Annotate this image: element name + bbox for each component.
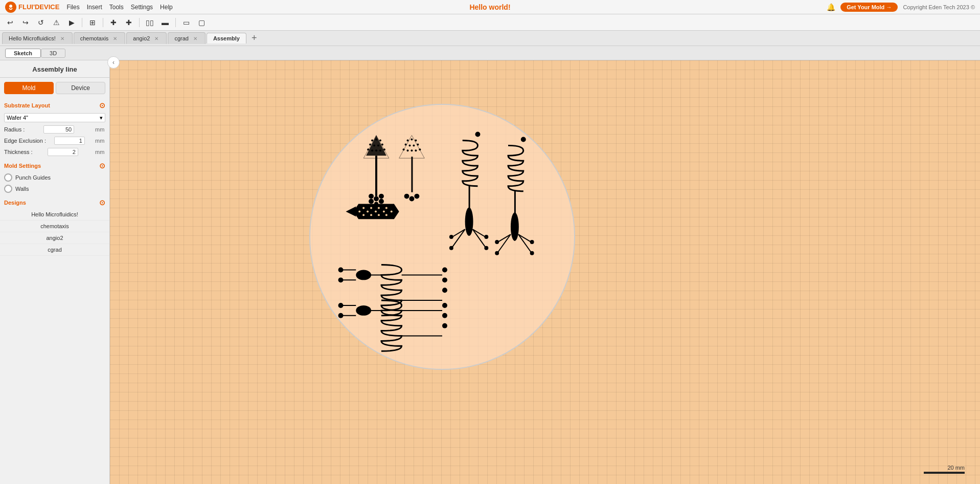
svg-point-12 <box>377 144 379 146</box>
view-toggle: Sketch 3D <box>0 46 980 60</box>
svg-point-66 <box>383 210 385 212</box>
divider-3 <box>139 18 140 27</box>
tab-close-chemotaxis[interactable]: ✕ <box>111 35 119 42</box>
radius-value[interactable]: 50 <box>43 125 74 134</box>
design-item-2[interactable]: angio2 <box>0 232 109 244</box>
main-layout: Assembly line Mold Device Substrate Layo… <box>0 60 980 484</box>
mold-settings-header: Mold Settings ⊙ <box>0 158 109 172</box>
designs-label: Designs <box>4 200 26 206</box>
menu-help[interactable]: Help <box>160 4 173 11</box>
svg-point-17 <box>379 149 381 151</box>
svg-point-10 <box>369 143 371 145</box>
tab-close-angio2[interactable]: ✕ <box>153 35 160 42</box>
svg-point-28 <box>409 144 411 146</box>
tab-angio2[interactable]: angio2 ✕ <box>126 32 167 44</box>
edge-exclusion-unit: mm <box>95 138 105 144</box>
3d-view-button[interactable]: 3D <box>41 49 65 58</box>
rect-button[interactable]: ▭ <box>180 16 192 29</box>
reset-button[interactable]: ↺ <box>35 16 47 29</box>
svg-point-22 <box>379 194 384 199</box>
svg-point-11 <box>373 144 375 146</box>
sketch-view-button[interactable]: Sketch <box>5 49 41 58</box>
toolbar: ↩ ↪ ↺ ⚠ ▶ ⊞ ✚ ✚ ▯▯ ▬ ▭ ▢ <box>0 14 980 31</box>
punch-guides-toggle[interactable] <box>4 173 12 182</box>
thickness-value[interactable]: 2 <box>48 148 78 156</box>
svg-point-31 <box>403 148 405 150</box>
svg-point-65 <box>375 210 377 212</box>
tab-assembly[interactable]: Assembly <box>207 33 246 43</box>
add-button-1[interactable]: ✚ <box>107 16 120 29</box>
grid-button[interactable]: ⊞ <box>86 16 99 29</box>
mold-device-toggle: Mold Device <box>0 78 109 97</box>
svg-point-52 <box>530 240 534 244</box>
get-mold-button[interactable]: Get Your Mold → <box>840 3 898 12</box>
menu-files[interactable]: Files <box>66 4 79 11</box>
svg-point-13 <box>381 143 383 145</box>
edge-exclusion-label: Edge Exclusion : <box>4 138 46 144</box>
svg-point-57 <box>378 207 380 209</box>
substrate-layout-label: Substrate Layout <box>4 102 50 108</box>
svg-point-27 <box>405 143 407 145</box>
svg-point-0 <box>9 5 12 8</box>
radius-row: Radius : 50 mm <box>0 124 109 135</box>
topbar-left: FLUI'DEVICE Files Insert Tools Settings … <box>5 2 173 13</box>
thickness-row: Thickness : 2 mm <box>0 146 109 158</box>
menu-tools[interactable]: Tools <box>109 4 124 11</box>
device-button[interactable]: Device <box>56 82 105 94</box>
design-item-3[interactable]: cgrad <box>0 244 109 256</box>
svg-point-24 <box>407 139 409 141</box>
app-title: Hello world! <box>469 3 510 11</box>
tab-close-hello[interactable]: ✕ <box>59 35 66 42</box>
mold-button[interactable]: Mold <box>4 82 54 94</box>
wafer-select[interactable]: Wafer 4" ▾ <box>4 113 105 122</box>
tab-close-cgrad[interactable]: ✕ <box>192 35 199 42</box>
design-item-0[interactable]: Hello Microfluidics! <box>0 209 109 221</box>
designs-collapse-icon[interactable]: ⊙ <box>99 199 105 207</box>
svg-point-60 <box>370 214 372 216</box>
menu-insert[interactable]: Insert <box>87 4 102 11</box>
svg-point-53 <box>530 251 534 255</box>
canvas-area[interactable]: 20 mm <box>110 60 980 484</box>
tab-cgrad[interactable]: cgrad ✕ <box>168 32 206 44</box>
punch-guides-row: Punch Guides <box>0 172 109 183</box>
tab-label: Hello Microfluidics! <box>9 35 56 41</box>
svg-point-35 <box>419 148 421 150</box>
design-item-1[interactable]: chemotaxis <box>0 221 109 232</box>
undo-button[interactable]: ↩ <box>4 16 16 29</box>
radius-unit: mm <box>95 126 105 133</box>
sidebar: Assembly line Mold Device Substrate Layo… <box>0 60 110 484</box>
notification-icon[interactable]: 🔔 <box>827 3 835 11</box>
redo-button[interactable]: ↪ <box>19 16 32 29</box>
sidebar-collapse-button[interactable]: ‹ <box>107 56 120 69</box>
svg-point-43 <box>449 235 453 239</box>
tab-hello-microfluidics[interactable]: Hello Microfluidics! ✕ <box>2 32 73 44</box>
play-button[interactable]: ▶ <box>65 16 78 29</box>
align-button[interactable]: ▯▯ <box>144 16 156 29</box>
add-button-2[interactable]: ✚ <box>123 16 135 29</box>
svg-point-61 <box>378 214 380 216</box>
tab-add-button[interactable]: + <box>247 33 261 43</box>
svg-point-64 <box>367 210 369 212</box>
scale-bar: 20 mm <box>924 465 965 474</box>
punch-guides-label: Punch Guides <box>15 174 51 181</box>
svg-rect-19 <box>376 157 377 192</box>
thickness-label: Thickness : <box>4 149 33 155</box>
warning-button[interactable]: ⚠ <box>50 16 62 29</box>
square-button[interactable]: ▢ <box>195 16 208 29</box>
svg-point-51 <box>495 251 499 255</box>
svg-point-14 <box>367 148 369 150</box>
substrate-layout-collapse-icon[interactable]: ⊙ <box>99 101 105 109</box>
svg-point-40 <box>475 132 481 137</box>
menu-settings[interactable]: Settings <box>131 4 153 11</box>
mold-settings-collapse-icon[interactable]: ⊙ <box>99 162 105 170</box>
mold-settings-label: Mold Settings <box>4 163 41 169</box>
svg-point-37 <box>404 194 409 199</box>
svg-point-49 <box>511 212 519 241</box>
tab-label: chemotaxis <box>80 35 109 41</box>
edge-exclusion-value[interactable]: 1 <box>54 137 85 145</box>
svg-point-77 <box>442 303 447 308</box>
walls-toggle[interactable] <box>4 185 12 193</box>
svg-point-33 <box>411 149 413 151</box>
minus-button[interactable]: ▬ <box>159 16 171 29</box>
tab-chemotaxis[interactable]: chemotaxis ✕ <box>74 32 126 44</box>
